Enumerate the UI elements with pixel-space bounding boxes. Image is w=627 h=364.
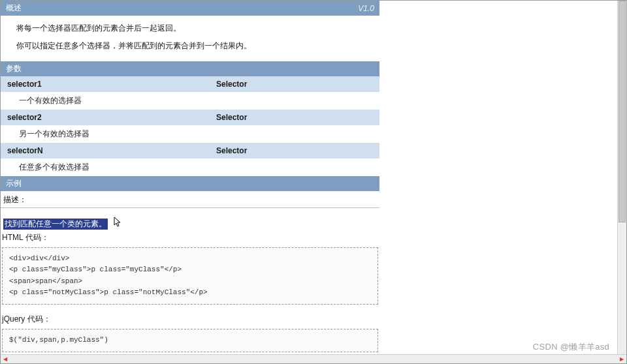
- param-desc-row: 一个有效的选择器: [1, 92, 379, 110]
- param-desc-row: 另一个有效的选择器: [1, 125, 379, 143]
- param-name: selector1: [7, 80, 216, 89]
- watermark: CSDN @懒羊羊asd: [533, 341, 609, 353]
- section-title-overview: 概述: [6, 3, 22, 14]
- param-type: Selector: [216, 146, 373, 155]
- param-desc-row: 任意多个有效选择器: [1, 159, 379, 176]
- param-desc: 一个有效的选择器: [19, 95, 82, 106]
- param-type: Selector: [216, 80, 373, 89]
- jquery-code-box[interactable]: $("div,span,p.myClass"): [2, 329, 378, 352]
- overview-line-2: 你可以指定任意多个选择器，并将匹配到的元素合并到一个结果内。: [16, 38, 377, 53]
- html-code-box[interactable]: <div>div</div> <p class="myClass">p clas…: [2, 247, 378, 305]
- param-header-row: selector2 Selector: [1, 110, 379, 125]
- html-code-label: HTML 代码：: [1, 230, 379, 245]
- content-scroll-area: 概述 V1.0 将每一个选择器匹配到的元素合并后一起返回。 你可以指定任意多个选…: [1, 1, 626, 354]
- scroll-left-icon[interactable]: ◀: [1, 355, 10, 363]
- param-type: Selector: [216, 113, 373, 122]
- param-header-row: selector1 Selector: [1, 76, 379, 92]
- section-header-params: 参数: [1, 61, 379, 76]
- version-label: V1.0: [358, 4, 374, 13]
- section-header-overview: 概述 V1.0: [1, 1, 379, 16]
- example-desc-label: 描述：: [1, 191, 379, 208]
- section-title-params: 参数: [6, 63, 22, 74]
- scroll-right-icon[interactable]: ▶: [617, 355, 626, 363]
- param-header-row: selectorN Selector: [1, 143, 379, 159]
- app-window: 概述 V1.0 将每一个选择器匹配到的元素合并后一起返回。 你可以指定任意多个选…: [0, 0, 627, 364]
- section-header-example: 示例: [1, 176, 379, 191]
- section-title-example: 示例: [6, 178, 22, 189]
- example-desc-body: 找到匹配任意一个类的元素。: [1, 212, 379, 230]
- vertical-scrollbar-thumb[interactable]: [619, 1, 626, 222]
- param-name: selector2: [7, 113, 216, 122]
- example-highlighted-text[interactable]: 找到匹配任意一个类的元素。: [3, 219, 108, 230]
- vertical-scrollbar[interactable]: [617, 1, 626, 354]
- cursor-icon: [114, 217, 123, 230]
- param-desc: 任意多个有效选择器: [19, 162, 89, 173]
- overview-line-1: 将每一个选择器匹配到的元素合并后一起返回。: [16, 21, 377, 36]
- param-name: selectorN: [7, 146, 216, 155]
- overview-text: 将每一个选择器匹配到的元素合并后一起返回。 你可以指定任意多个选择器，并将匹配到…: [1, 16, 379, 61]
- param-desc: 另一个有效的选择器: [19, 129, 89, 140]
- horizontal-scrollbar[interactable]: ◀ ▶: [1, 354, 626, 363]
- jquery-code-label: jQuery 代码：: [1, 311, 379, 326]
